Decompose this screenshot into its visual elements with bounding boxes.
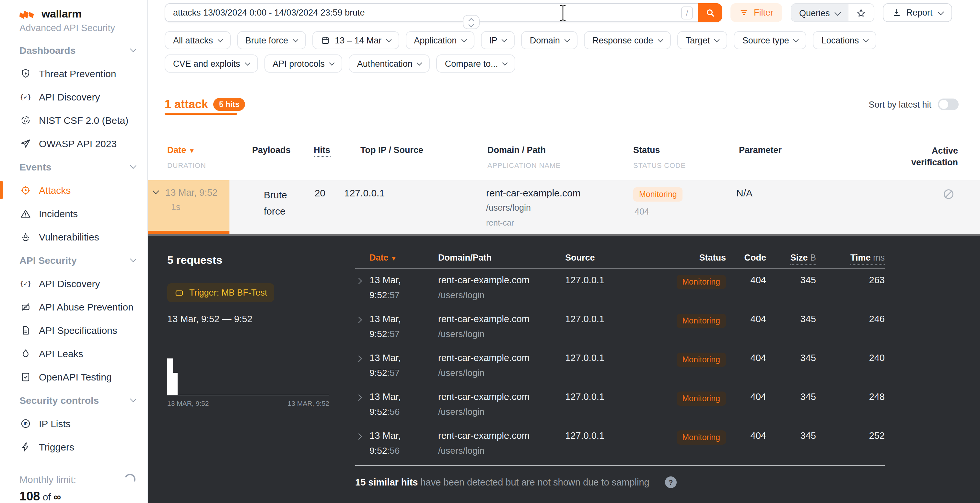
- app-window: wallarm Advanced API Security Dashboards…: [0, 0, 980, 503]
- chart-bar: [167, 358, 173, 395]
- status-badge: Monitoring: [676, 353, 726, 367]
- chevron-right-icon: [355, 355, 362, 362]
- attack-top-ip[interactable]: 127.0.0.1: [344, 187, 385, 198]
- search-input[interactable]: [165, 8, 681, 18]
- chip-cve-exploits[interactable]: CVE and exploits: [165, 54, 258, 73]
- chip-response-code[interactable]: Response code: [584, 31, 671, 49]
- req-column-size[interactable]: Size B: [766, 253, 816, 263]
- chevron-down-icon: [502, 60, 508, 65]
- sidebar-item-openapi-testing[interactable]: OpenAPI Testing: [0, 365, 147, 388]
- column-date[interactable]: Date ▼: [167, 145, 195, 155]
- braces-icon: {✓}: [19, 91, 31, 102]
- sidebar-item-api-specifications[interactable]: API Specifications: [0, 318, 147, 342]
- brand-name: wallarm: [41, 8, 82, 21]
- logo[interactable]: wallarm: [19, 8, 147, 21]
- attack-duration: 1s: [171, 200, 218, 214]
- chevron-right-icon: [355, 278, 362, 284]
- requests-table: Date ▼ Domain/Path Source Status Code Si…: [355, 236, 980, 503]
- sidebar-item-attacks[interactable]: Attacks: [0, 178, 147, 202]
- request-row[interactable]: 13 Mar,9:52:57 rent-car-example.com/user…: [355, 308, 885, 347]
- req-column-domain: Domain/Path: [438, 253, 565, 263]
- book-check-icon: [19, 371, 31, 382]
- main-content: / Filter Queries Report: [148, 0, 980, 503]
- search-row: / Filter Queries Report: [165, 3, 959, 22]
- chip-ip[interactable]: IP: [480, 31, 515, 49]
- sidebar-item-ip-lists[interactable]: IP IP Lists: [0, 412, 147, 435]
- sidebar: wallarm Advanced API Security Dashboards…: [0, 0, 148, 503]
- chevron-down-icon: [218, 37, 223, 42]
- section-security-controls[interactable]: Security controls: [0, 388, 147, 412]
- paper-plane-icon: [19, 137, 31, 149]
- sidebar-item-vulnerabilities[interactable]: Vulnerabilities: [0, 225, 147, 248]
- attack-application: rent-car: [486, 218, 581, 228]
- request-row[interactable]: 13 Mar,9:52:56 rent-car-example.com/user…: [355, 425, 885, 463]
- request-row[interactable]: 13 Mar,9:52:57 rent-car-example.com/user…: [355, 269, 885, 308]
- droplet-icon: [19, 347, 31, 359]
- request-row[interactable]: 13 Mar,9:52:57 rent-car-example.com/user…: [355, 347, 885, 386]
- chevron-right-icon: [355, 317, 362, 323]
- sidebar-item-nist-csf[interactable]: NIST CSF 2.0 (Beta): [0, 108, 147, 132]
- filter-icon: [740, 8, 749, 18]
- trigger-badge[interactable]: Trigger: MB BF-Test: [167, 283, 275, 302]
- favorite-button[interactable]: [848, 4, 874, 22]
- help-icon[interactable]: ?: [665, 476, 677, 488]
- sidebar-item-incidents[interactable]: Incidents: [0, 202, 147, 225]
- filter-button[interactable]: Filter: [730, 3, 782, 22]
- search-icon: [705, 8, 715, 18]
- svg-text:{✓}: {✓}: [20, 93, 31, 100]
- request-row[interactable]: 13 Mar,9:52:56 rent-car-example.com/user…: [355, 386, 885, 425]
- sidebar-item-api-discovery[interactable]: {✓} API Discovery: [0, 85, 147, 108]
- chevron-down-icon: [130, 46, 137, 52]
- chevron-down-icon: [245, 60, 250, 65]
- sidebar-item-api-leaks[interactable]: API Leaks: [0, 342, 147, 365]
- chip-all-attacks[interactable]: All attacks: [165, 31, 231, 49]
- chevron-right-icon: [355, 433, 362, 440]
- queries-button[interactable]: Queries: [791, 4, 848, 22]
- chevron-down-icon: [461, 37, 467, 42]
- section-dashboards[interactable]: Dashboards: [0, 38, 147, 62]
- chip-authentication[interactable]: Authentication: [349, 54, 430, 73]
- sidebar-item-triggers[interactable]: Triggers: [0, 435, 147, 458]
- status-badge: Monitoring: [676, 392, 726, 406]
- active-verification-disabled-icon[interactable]: [942, 188, 955, 200]
- sidebar-item-api-discovery-2[interactable]: {✓} API Discovery: [0, 272, 147, 295]
- column-hits[interactable]: Hits: [314, 145, 330, 155]
- sort-toggle-label: Sort by latest hit: [869, 100, 931, 109]
- chip-api-protocols[interactable]: API protocols: [264, 54, 342, 73]
- chevron-down-icon: [130, 256, 137, 262]
- sampling-note: 15 similar hits have been detected but a…: [355, 476, 885, 488]
- details-time-range: 13 Mar, 9:52 — 9:52: [167, 314, 329, 324]
- details-summary-column: 5 requests Trigger: MB BF-Test 13 Mar, 9…: [148, 236, 355, 503]
- chip-source-type[interactable]: Source type: [734, 31, 807, 49]
- attack-row[interactable]: 13 Mar, 9:52 1s Brute force 20 127.0.0.1…: [148, 180, 980, 234]
- chip-application[interactable]: Application: [406, 31, 474, 49]
- brand-subtitle: Advanced API Security: [19, 23, 147, 33]
- chip-date-range[interactable]: 13 – 14 Mar: [312, 31, 399, 49]
- robot-icon: [19, 301, 31, 312]
- search-button[interactable]: [698, 3, 722, 22]
- sidebar-item-owasp-api[interactable]: OWASP API 2023: [0, 132, 147, 155]
- section-events[interactable]: Events: [0, 155, 147, 178]
- req-column-time[interactable]: Time ms: [816, 253, 885, 263]
- filter-chips-row-2: CVE and exploits API protocols Authentic…: [165, 54, 959, 73]
- chip-compare-to[interactable]: Compare to...: [436, 54, 515, 73]
- chevron-down-icon: [714, 37, 720, 42]
- req-column-date[interactable]: Date ▼: [369, 253, 438, 263]
- sort-by-latest-hit-toggle[interactable]: [938, 99, 959, 110]
- chip-domain[interactable]: Domain: [522, 31, 578, 49]
- chevron-right-icon: [355, 395, 362, 401]
- chip-brute-force[interactable]: Brute force: [237, 31, 305, 49]
- report-button[interactable]: Report: [883, 3, 952, 22]
- attack-domain[interactable]: rent-car-example.com: [486, 187, 581, 198]
- chip-locations[interactable]: Locations: [813, 31, 877, 49]
- section-api-security[interactable]: API Security: [0, 248, 147, 272]
- filter-chips-row-1: All attacks Brute force 13 – 14 Mar Appl…: [165, 31, 959, 49]
- sidebar-item-api-abuse-prevention[interactable]: API Abuse Prevention: [0, 295, 147, 318]
- sidebar-item-threat-prevention[interactable]: Threat Prevention: [0, 62, 147, 85]
- chip-target[interactable]: Target: [677, 31, 727, 49]
- attack-date-cell[interactable]: 13 Mar, 9:52 1s: [148, 180, 229, 231]
- attack-parameter: N/A: [736, 187, 752, 198]
- status-badge: Monitoring: [633, 187, 683, 202]
- chevron-down-icon: [293, 37, 298, 42]
- search-expander[interactable]: [463, 15, 480, 29]
